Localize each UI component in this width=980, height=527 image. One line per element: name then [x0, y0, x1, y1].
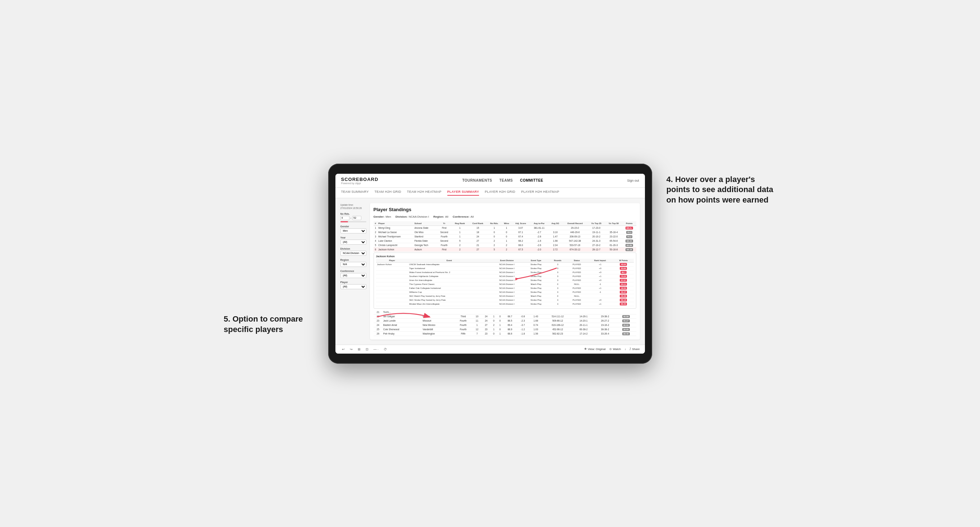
no-rds-range: -	[340, 216, 366, 220]
table-row: 26 Petr Hruby Washington Fifth 7 23 0 1 …	[374, 331, 636, 336]
download-button[interactable]: ↓	[624, 348, 626, 351]
redo-button[interactable]: ↪	[348, 347, 354, 352]
col-vs-top50: Vs Top 50	[605, 221, 622, 226]
region-label: Region	[340, 259, 366, 261]
tab-player-summary[interactable]: PLAYER SUMMARY	[447, 190, 479, 196]
sidebar: Update time: 27/01/2024 16:56:26 No Rds.…	[340, 203, 366, 340]
update-time: Update time: 27/01/2024 16:56:26	[340, 203, 366, 210]
points-badge-6: 58.18	[625, 248, 633, 251]
eye-icon: 👁	[584, 348, 587, 351]
jackson-row: 6 Jackson Kohon Auburn First 2 27 5 2 67…	[374, 247, 636, 251]
points-badge-5: 60.89	[625, 244, 633, 247]
table-row: 1 Wenyi Ding Arizona State First 1 15 1 …	[374, 225, 636, 230]
view-original-label: View: Original	[588, 348, 606, 351]
col-reg-rank: Reg Rank	[451, 221, 469, 226]
tooltip-table: Player Event Event Division Event Type R…	[376, 259, 634, 306]
annotation-right: 4. Hover over a player's points to see a…	[667, 175, 775, 205]
points-badge-2: 76.3	[626, 231, 633, 234]
sidebar-division: Division NCAA Division I	[340, 248, 366, 256]
no-rds-max-input[interactable]	[352, 216, 361, 220]
filter-region: Region: All	[433, 215, 449, 218]
nav-tournaments[interactable]: TOURNAMENTS	[462, 178, 492, 183]
tab-player-h2h-grid[interactable]: PLAYER H2H GRID	[485, 190, 515, 196]
points-badge-24: 40.02	[622, 324, 630, 327]
watch-button[interactable]: ⊙ Watch	[609, 348, 621, 351]
conference-label: Conference	[340, 270, 366, 272]
undo-button[interactable]: ↩	[340, 347, 346, 352]
dash-button[interactable]: — ·	[372, 347, 380, 352]
clock-button[interactable]: ⏱	[382, 347, 388, 352]
player-label: Player	[340, 281, 366, 284]
division-select[interactable]: NCAA Division I	[340, 251, 366, 256]
no-rds-min-input[interactable]	[340, 216, 350, 220]
share-label: Share	[632, 348, 640, 351]
copy-button[interactable]: ⊡	[364, 347, 370, 352]
points-badge-3: 70.2	[626, 235, 633, 238]
annotation-left-text: 5. Option to compare specific players	[224, 314, 303, 334]
tooltip-player-name: Jackson Kohon	[376, 255, 395, 257]
gender-label: Gender	[340, 225, 366, 228]
view-original-button[interactable]: 👁 View: Original	[584, 348, 606, 351]
tooltip-section: Jackson Kohon Player Event Event Divisio…	[374, 252, 636, 309]
col-points: Points	[622, 221, 636, 226]
col-rank: #	[374, 221, 378, 226]
filter-gender: Gender: Men	[374, 215, 391, 218]
region-select[interactable]: N/A	[340, 262, 366, 267]
bottom-toolbar: ↩ ↪ ⊞ ⊡ — · ⏱ 👁 View: Original ⊙ Watch	[336, 344, 645, 354]
sub-nav: TEAM SUMMARY TEAM H2H GRID TEAM H2H HEAT…	[336, 188, 645, 198]
tcol-event: Event	[408, 259, 490, 263]
tcol-player: Player	[376, 259, 409, 263]
toolbar-right: 👁 View: Original ⊙ Watch ↓ ⤴ Share	[584, 348, 640, 351]
year-select[interactable]: (All)	[340, 240, 366, 244]
tab-team-h2h-grid[interactable]: TEAM H2H GRID	[374, 190, 401, 196]
tooltip-row: Fallen Oak Collegiate Invitational NCAA …	[376, 286, 634, 290]
table-row: 4 Luke Clanton Florida State Second 5 27…	[374, 238, 636, 243]
sidebar-player: Player (All)	[340, 281, 366, 289]
tooltip-row: SEC Match Play hosted by Jerry Pate NCAA…	[376, 294, 634, 298]
filter-row: Gender: Men Division: NCAA Division I Re…	[374, 215, 636, 218]
filter-conference: Conference: All	[453, 215, 474, 218]
nav-teams[interactable]: TEAMS	[499, 178, 513, 183]
filter-division: Division: NCAA Division I	[396, 215, 429, 218]
sidebar-region: Region N/A	[340, 259, 366, 267]
conference-select[interactable]: (All)	[340, 273, 366, 278]
player-select[interactable]: (All)	[340, 284, 366, 289]
filter-button[interactable]: ⊞	[356, 347, 362, 352]
brand: SCOREBOARD Powered by clippi	[341, 177, 379, 184]
sidebar-no-rds: No Rds. -	[340, 213, 366, 222]
no-rds-label: No Rds.	[340, 213, 366, 215]
annotation-left: 5. Option to compare specific players	[224, 314, 317, 335]
points-badge-22: 40.58	[622, 315, 630, 318]
tooltip-row: Mirabel Maui Jim Intercollegiate NCAA Di…	[376, 302, 634, 306]
tablet-frame: SCOREBOARD Powered by clippi TOURNAMENTS…	[328, 163, 652, 364]
standings-table: # Player School Yr Reg Rank Conf Rank No…	[374, 221, 636, 252]
col-adj-score: Adj. Score	[511, 221, 530, 226]
points-badge-25: 39.95	[622, 328, 630, 331]
nav-committee[interactable]: COMMITTEE	[520, 178, 543, 183]
col-no-rds: No Rds.	[487, 221, 501, 226]
col-wins: Wins	[502, 221, 512, 226]
points-badge-26: 38.49	[622, 332, 630, 335]
tooltip-row: SEC Stroke Play hosted by Jerry Pate NCA…	[376, 298, 634, 302]
brand-title: SCOREBOARD	[341, 177, 379, 182]
watch-icon: ⊙	[609, 348, 612, 351]
tooltip-row: Wake Forest Invitational at Pinehurst No…	[376, 270, 634, 274]
player-standings-title: Player Standings	[374, 207, 636, 212]
gender-select[interactable]: Men	[340, 229, 366, 233]
annotation-right-text: 4. Hover over a player's points to see a…	[667, 175, 773, 204]
tab-team-h2h-heatmap[interactable]: TEAM H2H HEATMAP	[407, 190, 442, 196]
tooltip-row: Amer Am Intercollegiate NCAA Division I …	[376, 278, 634, 282]
tab-player-h2h-heatmap[interactable]: PLAYER H2H HEATMAP	[521, 190, 559, 196]
tab-team-summary[interactable]: TEAM SUMMARY	[341, 190, 369, 196]
division-label: Division	[340, 248, 366, 250]
points-badge-4: 68.34	[625, 240, 633, 243]
share-icon: ⤴	[630, 348, 631, 351]
no-rds-slider[interactable]	[340, 221, 366, 222]
tooltip-row: The Cypress Point Classic NCAA Division …	[376, 282, 634, 286]
year-label: Year	[340, 237, 366, 239]
tooltip-header: Jackson Kohon	[376, 255, 634, 257]
sign-out-button[interactable]: Sign out	[627, 179, 639, 183]
share-button[interactable]: ⤴ Share	[630, 348, 640, 351]
tooltip-row: Williams Cup NCAA Division I Stroke Play…	[376, 290, 634, 294]
col-avg-to-par: Avg to-Par	[530, 221, 549, 226]
